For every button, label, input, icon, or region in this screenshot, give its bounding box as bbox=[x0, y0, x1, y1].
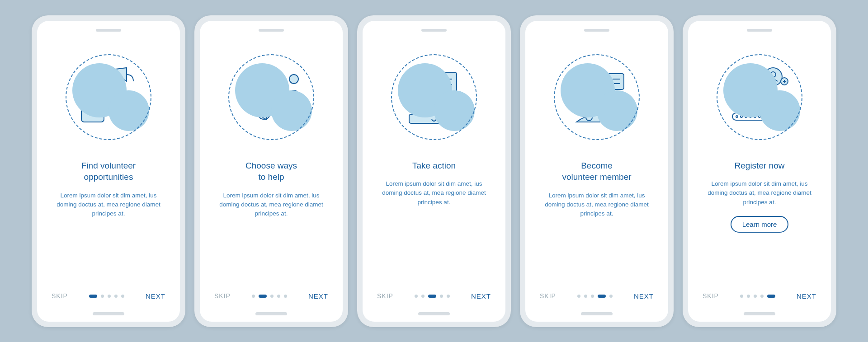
speaker-bar bbox=[747, 29, 772, 32]
speaker-bar bbox=[421, 29, 447, 32]
illustration-choose-ways bbox=[224, 50, 319, 145]
dot bbox=[440, 295, 443, 298]
screen-title: Choose waysto help bbox=[245, 160, 297, 183]
dot bbox=[447, 295, 450, 298]
onboarding-screen-2: Choose waysto help Lorem ipsum dolor sit… bbox=[200, 21, 343, 322]
onboarding-screen-1: Find volunteeropportunities Lorem ipsum … bbox=[37, 21, 180, 322]
onboarding-footer: SKIP NEXT bbox=[363, 292, 505, 300]
illustration-take-action bbox=[387, 50, 481, 145]
dot bbox=[740, 295, 743, 298]
home-indicator bbox=[418, 312, 450, 315]
dot bbox=[284, 295, 287, 298]
dot bbox=[584, 295, 587, 298]
dot bbox=[609, 295, 613, 298]
home-indicator bbox=[255, 312, 287, 315]
dot-active bbox=[259, 295, 267, 298]
learn-more-button[interactable]: Learn more bbox=[731, 216, 789, 233]
screen-title: Register now bbox=[735, 160, 785, 172]
skip-button[interactable]: SKIP bbox=[540, 292, 556, 300]
phone-frame: Find volunteeropportunities Lorem ipsum … bbox=[32, 15, 185, 327]
dot bbox=[121, 295, 124, 298]
home-indicator bbox=[744, 312, 775, 315]
next-button[interactable]: NEXT bbox=[471, 292, 491, 300]
dot bbox=[577, 295, 580, 298]
phone-frame: Take action Lorem ipsum dolor sit dim am… bbox=[357, 15, 511, 327]
onboarding-footer: SKIP NEXT bbox=[200, 292, 343, 300]
illustration-register bbox=[712, 50, 807, 145]
home-indicator bbox=[581, 312, 613, 315]
skip-button[interactable]: SKIP bbox=[703, 292, 719, 300]
onboarding-screen-5: Register now Lorem ipsum dolor sit dim a… bbox=[688, 21, 831, 322]
illustration-become-member bbox=[549, 50, 644, 145]
skip-button[interactable]: SKIP bbox=[377, 292, 393, 300]
dot bbox=[252, 295, 255, 298]
screen-title: Take action bbox=[412, 160, 456, 172]
dot bbox=[421, 295, 425, 298]
next-button[interactable]: NEXT bbox=[146, 292, 165, 300]
onboarding-screen-3: Take action Lorem ipsum dolor sit dim am… bbox=[363, 21, 505, 322]
next-button[interactable]: NEXT bbox=[308, 292, 328, 300]
home-indicator bbox=[93, 312, 124, 315]
screen-description: Lorem ipsum dolor sit dim amet, ius domi… bbox=[54, 191, 163, 219]
dot-active bbox=[89, 295, 97, 298]
page-indicator bbox=[415, 295, 450, 298]
dot bbox=[108, 295, 111, 298]
screen-title: Becomevolunteer member bbox=[562, 160, 631, 183]
phone-frame: Becomevolunteer member Lorem ipsum dolor… bbox=[520, 15, 674, 327]
illustration-find-opportunities bbox=[61, 50, 156, 145]
page-indicator bbox=[89, 295, 124, 298]
dot bbox=[591, 295, 594, 298]
dot-active bbox=[428, 295, 436, 298]
next-button[interactable]: NEXT bbox=[797, 292, 816, 300]
skip-button[interactable]: SKIP bbox=[214, 292, 231, 300]
speaker-bar bbox=[96, 29, 121, 32]
onboarding-footer: SKIP NEXT bbox=[688, 292, 831, 300]
dot bbox=[754, 295, 757, 298]
onboarding-screen-4: Becomevolunteer member Lorem ipsum dolor… bbox=[525, 21, 668, 322]
page-indicator bbox=[740, 295, 775, 298]
onboarding-footer: SKIP NEXT bbox=[37, 292, 180, 300]
dot bbox=[114, 295, 118, 298]
onboarding-footer: SKIP NEXT bbox=[525, 292, 668, 300]
screen-description: Lorem ipsum dolor sit dim amet, ius domi… bbox=[705, 179, 814, 207]
phone-frame: Choose waysto help Lorem ipsum dolor sit… bbox=[194, 15, 348, 327]
dot bbox=[747, 295, 750, 298]
screen-title: Find volunteeropportunities bbox=[81, 160, 136, 183]
dot bbox=[760, 295, 764, 298]
dot-active bbox=[598, 295, 606, 298]
phone-frame: Register now Lorem ipsum dolor sit dim a… bbox=[683, 15, 836, 327]
speaker-bar bbox=[584, 29, 609, 32]
dot bbox=[101, 295, 104, 298]
dot-active bbox=[767, 295, 775, 298]
screen-description: Lorem ipsum dolor sit dim amet, ius domi… bbox=[217, 191, 326, 219]
page-indicator bbox=[252, 295, 287, 298]
dot bbox=[415, 295, 418, 298]
screen-description: Lorem ipsum dolor sit dim amet, ius domi… bbox=[542, 191, 651, 219]
page-indicator bbox=[577, 295, 613, 298]
dot bbox=[270, 295, 274, 298]
skip-button[interactable]: SKIP bbox=[52, 292, 68, 300]
next-button[interactable]: NEXT bbox=[634, 292, 654, 300]
dot bbox=[277, 295, 280, 298]
screen-description: Lorem ipsum dolor sit dim amet, ius domi… bbox=[380, 179, 488, 207]
speaker-bar bbox=[259, 29, 284, 32]
